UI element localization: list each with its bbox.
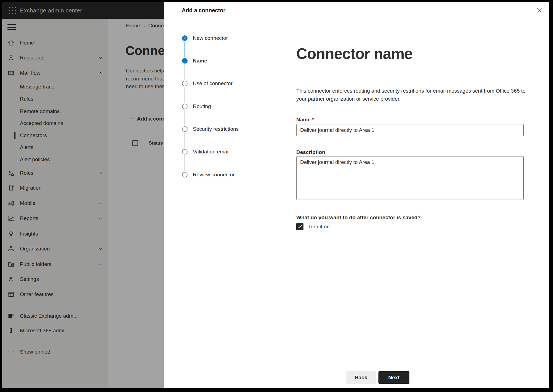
after-save-question: What do you want to do after connector i… (296, 215, 421, 221)
back-button[interactable]: Back (346, 371, 376, 384)
wizard-step-security-restrictions[interactable]: Security restrictions (164, 123, 278, 135)
add-connector-dialog: Add a connector New connector Name Use o… (164, 2, 549, 388)
dialog-footer: Back Next (164, 366, 549, 388)
name-field-label: Name* (296, 117, 314, 123)
turn-it-on-option[interactable]: Turn it on (296, 223, 330, 231)
step-dot (182, 149, 188, 155)
connector-name-heading: Connector name (296, 45, 412, 62)
turn-it-on-checkbox[interactable] (296, 223, 303, 230)
wizard-step-use-of-connector[interactable]: Use of connector (164, 77, 278, 90)
name-input[interactable] (296, 124, 524, 136)
wizard-step-review-connector[interactable]: Review connector (164, 169, 278, 181)
step-dot (182, 104, 188, 109)
step-dot (182, 81, 188, 86)
step-active-dot (182, 58, 188, 64)
description-textarea[interactable]: Deliver journal directly to Area 1 (296, 156, 524, 200)
step-dot (182, 126, 188, 132)
wizard-step-new-connector[interactable]: New connector (164, 32, 278, 44)
close-icon[interactable] (536, 7, 543, 14)
dialog-header: Add a connector (164, 2, 549, 18)
step-completed-check-icon (182, 35, 188, 41)
wizard-step-name[interactable]: Name (164, 55, 278, 67)
connector-description-text: This connector enforces routing and secu… (296, 87, 526, 103)
step-dot (182, 172, 188, 177)
dialog-content: Connector name This connector enforces r… (278, 18, 549, 366)
turn-it-on-label: Turn it on (308, 224, 330, 230)
wizard-steps: New connector Name Use of connector Rout… (164, 18, 278, 366)
next-button[interactable]: Next (378, 371, 409, 384)
screen-frame: Exchange admin center Home Recipients Ma… (0, 0, 553, 392)
wizard-step-validation-email[interactable]: Validation email (164, 146, 278, 158)
wizard-step-routing[interactable]: Routing (164, 100, 278, 113)
dialog-title: Add a connector (182, 2, 225, 18)
description-field-label: Description (296, 149, 325, 155)
required-asterisk: * (312, 117, 314, 122)
